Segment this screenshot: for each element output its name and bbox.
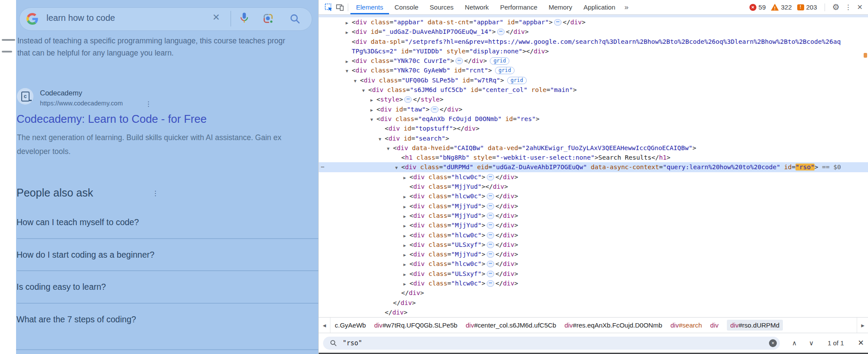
clear-search-icon[interactable]: ✕ xyxy=(212,12,220,23)
devtools-menu-icon[interactable]: ⋮ xyxy=(845,3,852,11)
dom-tree-row[interactable]: ▼<div id="search"> xyxy=(319,134,868,143)
tab-elements[interactable]: Elements xyxy=(350,0,389,14)
dom-tree-row[interactable]: </div> xyxy=(319,298,868,308)
dom-tree-row[interactable]: ▼<div data-hveid="CAIQBw" data-ved="2ahU… xyxy=(319,143,868,153)
expand-arrow-icon[interactable]: ▼ xyxy=(379,134,385,144)
error-count-badge[interactable]: ✕59 xyxy=(749,3,766,11)
tab-performance[interactable]: Performance xyxy=(495,0,543,14)
tab-network[interactable]: Network xyxy=(459,0,495,14)
expand-arrow-icon[interactable]: ▼ xyxy=(346,66,352,76)
close-devtools-icon[interactable]: ✕ xyxy=(857,3,863,11)
dom-tree-row[interactable]: ▶<div class="hlcw0c">⋯</div> xyxy=(319,279,868,288)
dom-tree-row[interactable]: ▶<div class="hlcw0c">⋯</div> xyxy=(319,191,868,201)
dom-tree-row[interactable]: ▶<div id="taw">⋯</div> xyxy=(319,105,868,114)
paa-question[interactable]: Is coding easy to learn? xyxy=(17,282,106,292)
settings-gear-icon[interactable]: ⚙ xyxy=(832,2,840,12)
tab-console[interactable]: Console xyxy=(389,0,424,14)
dom-tree-row[interactable]: <div id="topstuff"></div> xyxy=(319,124,868,133)
paa-menu-icon[interactable]: ⋮ xyxy=(152,189,159,197)
find-query-text[interactable]: "rso" xyxy=(343,339,362,347)
expand-inline-icon[interactable]: ⋯ xyxy=(455,58,463,64)
tab-sources[interactable]: Sources xyxy=(424,0,459,14)
tab-memory[interactable]: Memory xyxy=(543,0,578,14)
dom-tree-row[interactable]: TPg%3D&cs=2" id="YUIDDb" style="display:… xyxy=(319,46,868,56)
dom-tree-row[interactable]: ▶<div class="ULSxyf">⋯</div> xyxy=(319,240,868,249)
breadcrumb-item[interactable]: div#rso.dURPMd xyxy=(727,320,783,331)
expand-arrow-icon[interactable]: ▼ xyxy=(395,163,401,173)
dom-tree-row[interactable]: ▶<div class="YNk70c CuvrIe">⋯</div>grid xyxy=(319,56,868,66)
expand-arrow-icon[interactable]: ▶ xyxy=(403,192,409,202)
expand-inline-icon[interactable]: ⋯ xyxy=(487,232,494,239)
expand-inline-icon[interactable]: ⋯ xyxy=(487,203,494,210)
breadcrumb-item[interactable]: div#res.eqAnXb.FcOujd.D0ONmb xyxy=(564,321,662,329)
expand-arrow-icon[interactable]: ▼ xyxy=(362,86,368,95)
dom-tree-row[interactable]: ▶<div class="ULSxyf">⋯</div> xyxy=(319,269,868,279)
expand-inline-icon[interactable]: ⋯ xyxy=(404,96,412,103)
paa-question[interactable]: How do I start coding as a beginner? xyxy=(17,250,155,260)
expand-arrow-icon[interactable]: ▶ xyxy=(346,57,352,66)
expand-inline-icon[interactable]: ⋯ xyxy=(487,193,494,200)
dom-tree-row[interactable]: ▶<div class="MjjYud">⋯</div> xyxy=(319,220,868,230)
expand-arrow-icon[interactable]: ▶ xyxy=(403,212,409,221)
expand-inline-icon[interactable]: ⋯ xyxy=(497,29,505,35)
expand-arrow-icon[interactable]: ▶ xyxy=(346,18,352,28)
expand-inline-icon[interactable]: ⋯ xyxy=(487,213,494,219)
dom-tree-row[interactable]: <div data-spl="/setprefs?hl=en&prev=http… xyxy=(319,37,868,46)
expand-arrow-icon[interactable]: ▶ xyxy=(403,260,409,269)
warning-count-badge[interactable]: !322 xyxy=(771,3,792,11)
find-input[interactable]: "rso" ✕ xyxy=(323,337,780,350)
dom-tree-row[interactable]: ⋯▼<div class="dURPMd" eid="udGaZ-DuAveAh… xyxy=(319,162,868,172)
expand-inline-icon[interactable]: ⋯ xyxy=(487,222,494,229)
expand-arrow-icon[interactable]: ▼ xyxy=(370,115,376,125)
breadcrumb-item[interactable]: div#search xyxy=(670,321,702,329)
dom-tree-row[interactable]: ▼<div class="UFQ0Gb SLPe5b" id="w7tRq">g… xyxy=(319,75,868,85)
close-find-icon[interactable]: ✕ xyxy=(858,338,864,347)
expand-arrow-icon[interactable]: ▶ xyxy=(403,231,409,241)
dom-tree-row[interactable]: ▶<div class="hlcw0c">⋯</div> xyxy=(319,259,868,269)
expand-inline-icon[interactable]: ⋯ xyxy=(487,261,494,267)
dom-tree-row[interactable]: </div> xyxy=(319,288,868,298)
expand-arrow-icon[interactable]: ▶ xyxy=(403,270,409,279)
google-lens-icon[interactable] xyxy=(262,13,274,26)
dom-tree-row[interactable]: ▶<style>⋯</style> xyxy=(319,95,868,104)
grid-badge[interactable]: grid xyxy=(495,67,515,74)
expand-inline-icon[interactable]: ⋯ xyxy=(487,251,494,258)
dom-tree-row[interactable]: ▶<div class="appbar" data-st-cnt="appbar… xyxy=(319,17,868,27)
dom-tree-row[interactable]: ▶<div class="hlcw0c">⋯</div> xyxy=(319,230,868,240)
expand-inline-icon[interactable]: ⋯ xyxy=(487,174,494,180)
find-previous-icon[interactable]: ∧ xyxy=(792,339,797,347)
grid-badge[interactable]: grid xyxy=(507,77,527,84)
search-submit-icon[interactable] xyxy=(289,13,300,26)
expand-arrow-icon[interactable]: ▶ xyxy=(403,279,409,289)
breadcrumb-scroll-right-icon[interactable]: ▸ xyxy=(857,318,868,333)
find-next-icon[interactable]: ∨ xyxy=(809,339,814,347)
expand-inline-icon[interactable]: ⋯ xyxy=(554,19,561,26)
breadcrumb-item[interactable]: div xyxy=(710,321,719,329)
dom-tree-row[interactable]: <div class="MjjYud"></div> xyxy=(319,182,868,191)
breadcrumb-scroll-left-icon[interactable]: ◂ xyxy=(319,318,330,333)
result-menu-icon[interactable]: ⋮ xyxy=(145,100,152,108)
grid-badge[interactable]: grid xyxy=(490,57,509,65)
dom-tree-row[interactable]: ▼<div class="YNk70c GyAeWb" id="rcnt">gr… xyxy=(319,66,868,75)
expand-arrow-icon[interactable]: ▶ xyxy=(346,28,352,37)
expand-inline-icon[interactable]: ⋯ xyxy=(487,242,494,248)
expand-arrow-icon[interactable]: ▶ xyxy=(370,105,376,115)
dom-tree-row[interactable]: ▼<div class="eqAnXb FcOujd D0ONmb" id="r… xyxy=(319,114,868,124)
paa-question[interactable]: How can I teach myself to code? xyxy=(17,217,139,227)
expand-arrow-icon[interactable]: ▼ xyxy=(387,144,393,154)
issues-count-badge[interactable]: !203 xyxy=(797,3,817,11)
dom-tree-row[interactable]: ▼<div class="s6JM6d ufC5Cb" id="center_c… xyxy=(319,85,868,95)
breadcrumb-item[interactable]: div#w7tRq.UFQ0Gb.SLPe5b xyxy=(374,321,458,329)
breadcrumb-item[interactable]: c.GyAeWb xyxy=(335,321,366,329)
expand-inline-icon[interactable]: ⋯ xyxy=(431,106,438,113)
paa-question[interactable]: What are the 7 steps of coding? xyxy=(17,315,136,324)
expand-arrow-icon[interactable]: ▼ xyxy=(354,76,360,86)
expand-arrow-icon[interactable]: ▶ xyxy=(403,173,409,183)
dom-tree-row[interactable]: ▶<div class="hlcw0c">⋯</div> xyxy=(319,172,868,182)
search-match-scroll-marker[interactable] xyxy=(864,53,867,58)
expand-arrow-icon[interactable]: ▶ xyxy=(370,95,376,105)
more-tabs-icon[interactable]: » xyxy=(621,3,632,12)
tab-application[interactable]: Application xyxy=(578,0,621,14)
expand-arrow-icon[interactable]: ▶ xyxy=(403,221,409,231)
breadcrumb-item[interactable]: div#center_col.s6JM6d.ufC5Cb xyxy=(465,321,556,329)
